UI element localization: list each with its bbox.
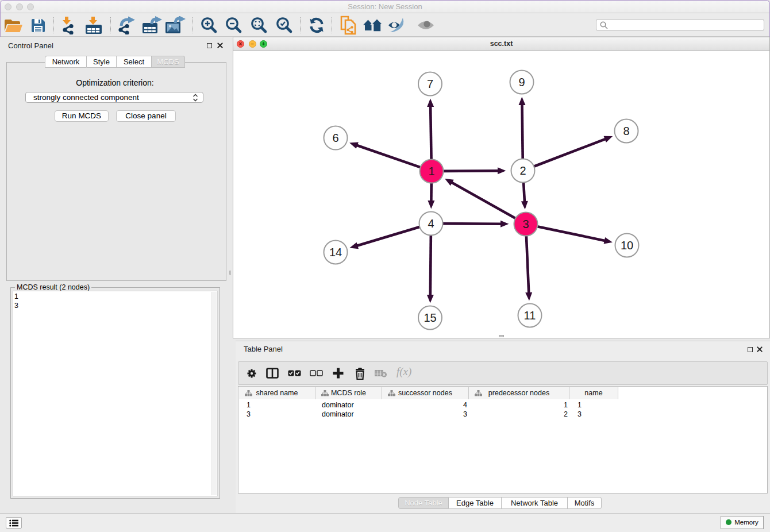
svg-text:3: 3 xyxy=(522,218,529,230)
svg-text:15: 15 xyxy=(424,311,436,324)
svg-text:10: 10 xyxy=(621,239,633,252)
svg-text:7: 7 xyxy=(427,78,433,90)
svg-text:1: 1 xyxy=(428,165,434,178)
svg-text:14: 14 xyxy=(329,246,342,259)
svg-text:6: 6 xyxy=(332,132,338,144)
svg-text:4: 4 xyxy=(428,217,434,230)
svg-text:11: 11 xyxy=(524,309,536,322)
svg-text:8: 8 xyxy=(623,125,629,137)
svg-text:2: 2 xyxy=(519,164,526,177)
svg-text:9: 9 xyxy=(518,76,525,88)
